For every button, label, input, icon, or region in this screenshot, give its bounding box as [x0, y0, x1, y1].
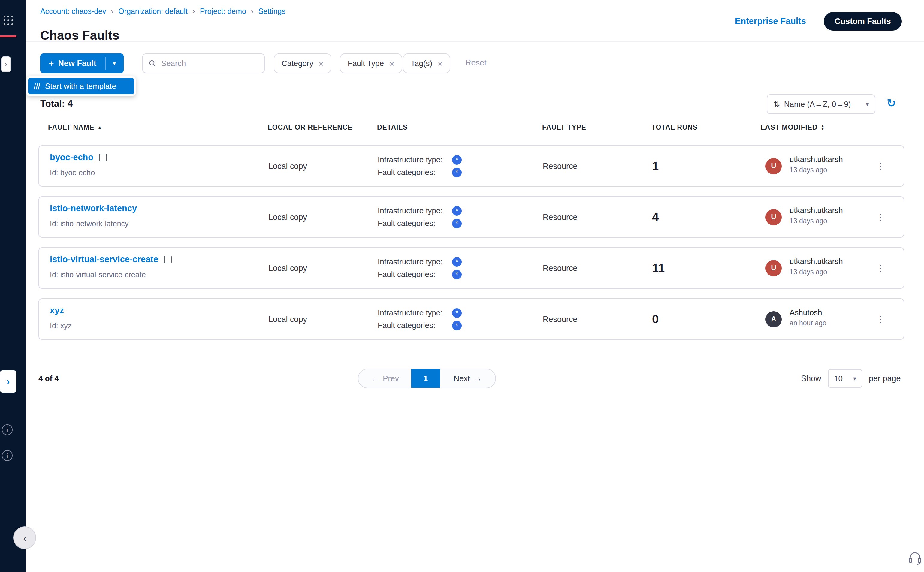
breadcrumb-separator: › — [111, 6, 114, 16]
modified-time: 13 days ago — [790, 217, 827, 224]
kubernetes-icon: * — [452, 269, 462, 279]
breadcrumb-separator: › — [193, 6, 195, 16]
table-row: xyz Id: xyz Local copy Infrastructure ty… — [39, 298, 904, 340]
infra-type-label: Infrastructure type: — [378, 206, 452, 215]
new-fault-button[interactable]: + New Fault ▾ — [40, 53, 123, 73]
fault-categories-label: Fault categories: — [378, 219, 452, 228]
nav-collapse-toggle[interactable]: › — [0, 370, 16, 393]
header-label: DETAILS — [377, 124, 408, 131]
header-label: LOCAL OR REFERENCE — [268, 124, 352, 131]
column-header-fault-type: FAULT TYPE — [542, 124, 586, 131]
fault-checkbox[interactable] — [99, 153, 107, 161]
details-cell: Infrastructure type:* Fault categories:* — [378, 308, 462, 330]
page-title: Chaos Faults — [40, 28, 120, 43]
breadcrumb-account[interactable]: Account: chaos-dev — [40, 7, 106, 15]
search-icon — [149, 59, 156, 67]
row-menu-button[interactable]: ⋮ — [876, 160, 885, 171]
sidebar-resize-handle[interactable]: ‹ — [13, 526, 36, 549]
new-fault-label: New Fault — [58, 59, 96, 68]
total-runs: 1 — [652, 159, 659, 173]
row-menu-button[interactable]: ⋮ — [876, 263, 885, 274]
column-header-fault-name[interactable]: FAULT NAME ▲ — [48, 124, 103, 131]
fault-name-link[interactable]: istio-virtual-service-create — [50, 255, 158, 264]
infra-type-label: Infrastructure type: — [378, 308, 452, 317]
refresh-icon: ↻ — [887, 97, 896, 109]
next-page-button[interactable]: Next → — [440, 369, 495, 388]
page-size-value: 10 — [834, 374, 843, 383]
header-label: LAST MODIFIED — [761, 124, 817, 131]
column-header-total-runs: TOTAL RUNS — [652, 124, 698, 131]
prev-page-button[interactable]: ← Prev — [358, 369, 411, 388]
toolbar-divider — [26, 80, 924, 81]
sort-both-icon: ▲ ▼ — [820, 124, 825, 130]
local-or-reference: Local copy — [268, 264, 307, 272]
filter-label: Category — [282, 59, 313, 68]
help-icon[interactable]: i — [2, 450, 12, 461]
fault-id: Id: istio-virtual-service-create — [50, 271, 146, 279]
modified-time: an hour ago — [790, 319, 826, 326]
modified-time: 13 days ago — [790, 166, 827, 174]
refresh-button[interactable]: ↻ — [887, 96, 896, 110]
page-size-dropdown[interactable]: 10 ▾ — [828, 369, 862, 388]
column-header-details: DETAILS — [377, 124, 408, 131]
page-number-button[interactable]: 1 — [411, 369, 440, 388]
fault-categories-label: Fault categories: — [378, 321, 452, 330]
modified-by-user: utkarsh.utkarsh — [790, 155, 843, 164]
help-support-button[interactable] — [908, 551, 922, 566]
enterprise-faults-link[interactable]: Enterprise Faults — [735, 16, 806, 26]
fault-id: Id: byoc-echo — [50, 169, 95, 177]
close-icon[interactable]: × — [319, 59, 324, 68]
prev-label: Prev — [383, 374, 399, 383]
reset-filters-link[interactable]: Reset — [465, 58, 487, 67]
filter-chip-fault-type[interactable]: Fault Type × — [340, 53, 402, 73]
kubernetes-icon: * — [452, 320, 462, 330]
sort-down-glyph: ▼ — [820, 127, 825, 130]
chevron-left-icon: ‹ — [23, 533, 26, 543]
modified-by-user: Ashutosh — [790, 308, 822, 317]
row-menu-button[interactable]: ⋮ — [876, 211, 885, 222]
start-with-template-menu-item[interactable]: Start with a template — [28, 78, 134, 94]
fault-type: Resource — [543, 162, 577, 171]
search-input[interactable] — [160, 58, 258, 68]
breadcrumb: Account: chaos-dev › Organization: defau… — [40, 6, 285, 16]
per-page-label: per page — [869, 374, 901, 383]
new-fault-dropdown-toggle[interactable]: ▾ — [105, 53, 123, 73]
apps-grid-icon[interactable] — [4, 16, 13, 25]
fault-name-link[interactable]: xyz — [50, 306, 64, 315]
pager: ← Prev 1 Next → — [358, 368, 496, 389]
breadcrumb-project[interactable]: Project: demo — [200, 7, 246, 15]
filter-chip-tags[interactable]: Tag(s) × — [403, 53, 451, 73]
total-count: Total: 4 — [40, 98, 73, 109]
table-row: byoc-echo Id: byoc-echo Local copy Infra… — [39, 145, 904, 187]
avatar: A — [765, 311, 782, 327]
close-icon[interactable]: × — [389, 59, 394, 68]
show-label: Show — [801, 374, 821, 383]
close-icon[interactable]: × — [438, 59, 442, 68]
fault-type: Resource — [543, 314, 577, 323]
row-menu-button[interactable]: ⋮ — [876, 314, 885, 325]
fault-name-link[interactable]: byoc-echo — [50, 152, 93, 162]
modified-time: 13 days ago — [790, 268, 827, 275]
sidebar-expand-icon[interactable]: › — [1, 56, 11, 72]
modified-by-user: utkarsh.utkarsh — [790, 257, 843, 266]
breadcrumb-organization[interactable]: Organization: default — [118, 7, 188, 15]
column-header-last-modified[interactable]: LAST MODIFIED ▲ ▼ — [761, 124, 825, 131]
fault-name-link[interactable]: istio-network-latency — [50, 204, 137, 213]
arrow-left-icon: ← — [371, 374, 378, 383]
table-row: istio-network-latency Id: istio-network-… — [39, 196, 904, 238]
fault-checkbox[interactable] — [163, 255, 171, 263]
sort-dropdown[interactable]: ⇅ Name (A→Z, 0→9) ▾ — [767, 94, 875, 114]
breadcrumb-settings[interactable]: Settings — [258, 7, 285, 15]
header-divider — [26, 41, 924, 42]
new-fault-main[interactable]: + New Fault — [40, 53, 105, 73]
avatar: U — [765, 158, 782, 174]
infra-type-label: Infrastructure type: — [378, 257, 452, 266]
filter-chip-category[interactable]: Category × — [274, 53, 331, 73]
pagination-summary: 4 of 4 — [39, 374, 59, 383]
info-icon[interactable]: i — [2, 424, 12, 435]
kubernetes-icon: * — [452, 155, 462, 165]
header-label: FAULT TYPE — [542, 124, 586, 131]
local-or-reference: Local copy — [268, 314, 307, 323]
total-runs: 0 — [652, 312, 659, 326]
custom-faults-button[interactable]: Custom Faults — [824, 12, 902, 31]
